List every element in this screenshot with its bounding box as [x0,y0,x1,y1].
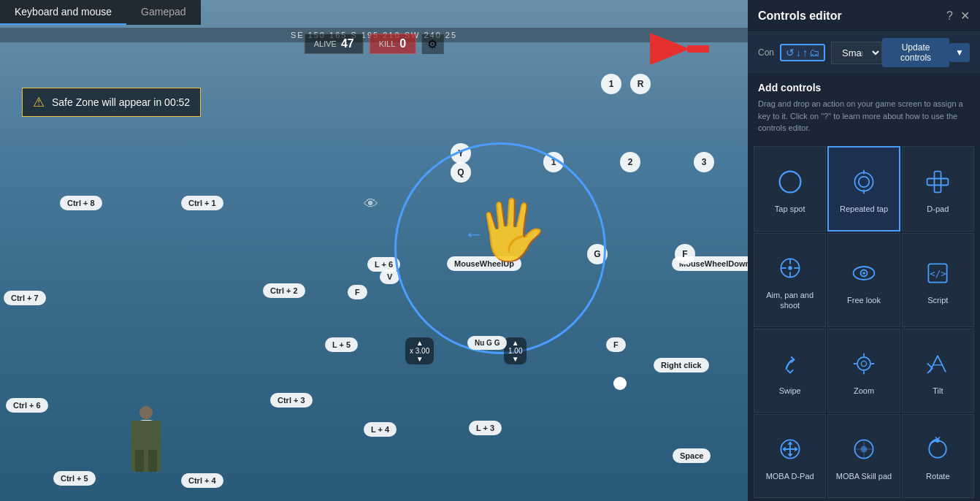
panel-controls-row: Con ↺ ↓ ↑ 🗂 Smart Update controls ▼ [748,32,980,73]
free-look-label: Free look [847,295,881,305]
key-1-circle[interactable]: 1 [601,74,621,94]
key-3-circle[interactable]: 3 [694,152,714,172]
key-l3[interactable]: L + 3 [469,421,502,435]
key-right-click[interactable]: Right click [654,358,709,372]
folder-icon[interactable]: 🗂 [809,47,819,58]
red-arrow-indicator [650,33,709,65]
svg-point-19 [861,362,866,367]
control-repeated-tap[interactable]: Repeated tap [827,146,900,232]
key-ctrl2[interactable]: Ctrl + 2 [263,283,305,298]
alive-label: ALIVE [314,39,337,48]
key-ctrl5[interactable]: Ctrl + 5 [53,471,96,486]
joystick-dot [613,377,627,390]
controls-panel: Controls editor ? ✕ Con ↺ ↓ ↑ 🗂 Smart Up… [748,0,980,501]
key-ctrl1[interactable]: Ctrl + 1 [181,196,223,210]
key-r-circle[interactable]: R [630,74,651,94]
key-ctrl4[interactable]: Ctrl + 4 [181,473,223,488]
key-l4[interactable]: L + 4 [364,422,397,437]
key-ctrl6[interactable]: Ctrl + 6 [6,398,48,413]
tab-keyboard-mouse[interactable]: Keyboard and mouse [0,0,126,25]
swipe-label: Swipe [779,386,801,396]
control-script[interactable]: </> Script [902,233,974,327]
rotate-label: Rotate [926,471,949,481]
key-ctrl7[interactable]: Ctrl + 7 [4,291,46,305]
free-look-icon [848,257,880,289]
help-btn[interactable]: ? [946,9,953,23]
key-f-circle[interactable]: F [675,244,695,264]
control-aim[interactable]: Aim, pan and shoot [754,233,826,327]
add-controls-section: Add controls Drag and drop an action on … [748,73,980,143]
aim-icon [774,252,806,284]
key-f2[interactable]: F [606,337,626,352]
control-moba-skill-pad[interactable]: MOBA Skill pad [827,414,900,498]
zoom-label: Zoom [854,386,874,396]
close-btn[interactable]: ✕ [960,9,970,23]
key-space[interactable]: Space [673,448,711,463]
control-dpad[interactable]: D-pad [902,146,974,232]
svg-point-0 [779,171,800,192]
control-swipe[interactable]: Swipe [754,329,826,413]
svg-point-18 [857,357,870,370]
key-ctrl8[interactable]: Ctrl + 8 [60,196,102,210]
config-label: Con [758,47,774,58]
warning-icon: ⚠ [33,94,45,110]
moba-dpad-icon [774,433,806,465]
aim-label: Aim, pan and shoot [760,290,819,311]
panel-header-icons: ? ✕ [946,9,970,23]
upload-icon[interactable]: ↑ [803,47,808,58]
tap-spot-icon [774,166,806,198]
zoom-icon [848,348,880,380]
hud-kill: KILL 0 [370,34,416,54]
hand-icon: 🖐 [475,196,548,264]
control-tap-spot[interactable]: Tap spot [754,146,826,232]
key-f1[interactable]: F [348,285,367,299]
moba-skill-pad-icon [848,433,880,465]
scroll-x-indicator: ▲ x 3.00 ▼ [405,337,434,364]
controls-grid: Tap spot Repeated tap D-pa [748,143,980,502]
control-free-look[interactable]: Free look [827,233,900,327]
warning-text: Safe Zone will appear in 00:52 [52,96,190,108]
key-2-circle[interactable]: 2 [620,152,640,172]
character [131,406,161,472]
update-controls-dropdown[interactable]: ▼ [949,43,970,62]
svg-rect-6 [927,178,949,185]
repeated-tap-icon [848,166,880,198]
rotate-icon [922,433,954,465]
svg-point-15 [862,272,865,275]
eye-icon: 👁 [364,196,378,213]
svg-point-2 [859,177,869,187]
control-tilt[interactable]: Tilt [902,329,974,413]
svg-point-1 [854,172,873,191]
key-l5[interactable]: L + 5 [325,337,358,352]
refresh-icon[interactable]: ↺ [786,47,795,58]
kill-value: 0 [399,37,406,50]
controls-action-icons[interactable]: ↺ ↓ ↑ 🗂 [780,44,825,61]
key-nu-gg[interactable]: Nu G G [467,336,507,350]
svg-point-12 [788,266,792,269]
svg-rect-5 [935,171,941,192]
game-area: Keyboard and mouse Gamepad SE 150 165 S … [0,0,748,501]
add-controls-title: Add controls [758,82,970,93]
key-ctrl3[interactable]: Ctrl + 3 [270,393,313,408]
tilt-icon [922,348,954,380]
repeated-tap-label: Repeated tap [840,204,888,214]
tabs-bar: Keyboard and mouse Gamepad [0,0,201,25]
scroll-val-indicator: ▲ 1.00 ▼ [504,337,527,364]
control-moba-dpad[interactable]: MOBA D-Pad [754,414,826,498]
update-controls-btn[interactable]: Update controls [882,38,949,67]
tilt-label: Tilt [933,386,943,396]
tab-gamepad[interactable]: Gamepad [126,0,200,25]
moba-skill-pad-label: MOBA Skill pad [836,471,892,481]
swipe-icon [774,348,806,380]
update-controls-group: Smart Update controls ▼ [831,38,970,67]
control-zoom[interactable]: Zoom [827,329,900,413]
save-icon[interactable]: ↓ [796,47,801,58]
control-rotate[interactable]: Rotate [902,414,974,498]
dpad-label: D-pad [927,204,949,214]
svg-point-23 [930,441,946,458]
add-controls-desc: Drag and drop an action on your game scr… [758,98,970,134]
hud-settings-btn[interactable]: ⚙ [421,34,443,54]
kill-label: KILL [379,39,396,48]
preset-select[interactable]: Smart [831,42,882,64]
moba-dpad-label: MOBA D-Pad [766,471,814,481]
